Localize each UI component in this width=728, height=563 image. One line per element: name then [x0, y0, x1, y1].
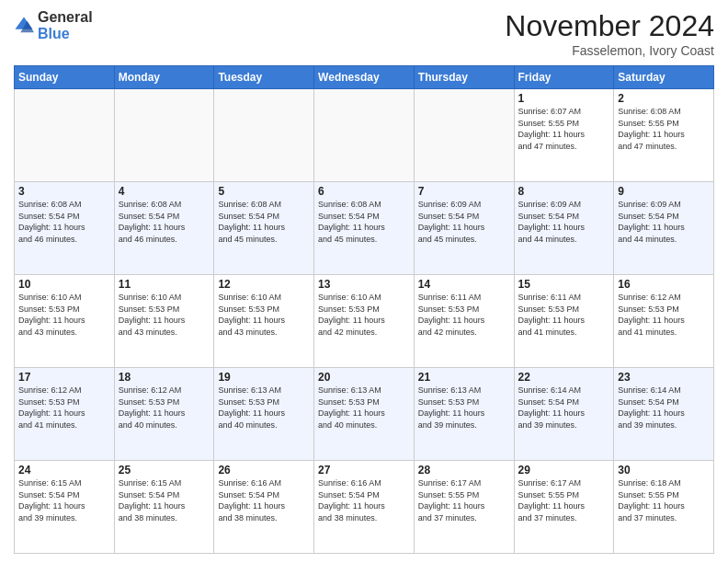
table-row: 20Sunrise: 6:13 AM Sunset: 5:53 PM Dayli… — [314, 368, 415, 461]
table-row: 27Sunrise: 6:16 AM Sunset: 5:54 PM Dayli… — [314, 461, 415, 554]
table-row: 24Sunrise: 6:15 AM Sunset: 5:54 PM Dayli… — [15, 461, 115, 554]
table-row: 16Sunrise: 6:12 AM Sunset: 5:53 PM Dayli… — [614, 275, 714, 368]
day-number: 17 — [18, 371, 110, 384]
day-info: Sunrise: 6:09 AM Sunset: 5:54 PM Dayligh… — [518, 199, 610, 245]
day-number: 10 — [18, 278, 110, 291]
table-row: 13Sunrise: 6:10 AM Sunset: 5:53 PM Dayli… — [314, 275, 415, 368]
table-row: 18Sunrise: 6:12 AM Sunset: 5:53 PM Dayli… — [114, 368, 214, 461]
table-row: 29Sunrise: 6:17 AM Sunset: 5:55 PM Dayli… — [514, 461, 614, 554]
table-row: 22Sunrise: 6:14 AM Sunset: 5:54 PM Dayli… — [514, 368, 614, 461]
day-info: Sunrise: 6:08 AM Sunset: 5:54 PM Dayligh… — [218, 199, 310, 245]
day-number: 5 — [218, 185, 310, 198]
day-number: 3 — [18, 185, 110, 198]
day-number: 8 — [518, 185, 610, 198]
col-tuesday: Tuesday — [214, 66, 314, 89]
table-row: 7Sunrise: 6:09 AM Sunset: 5:54 PM Daylig… — [414, 182, 514, 275]
day-info: Sunrise: 6:09 AM Sunset: 5:54 PM Dayligh… — [418, 199, 510, 245]
logo-icon — [14, 16, 34, 36]
day-info: Sunrise: 6:17 AM Sunset: 5:55 PM Dayligh… — [518, 477, 610, 523]
table-row: 9Sunrise: 6:09 AM Sunset: 5:54 PM Daylig… — [614, 182, 714, 275]
day-number: 9 — [618, 185, 710, 198]
day-info: Sunrise: 6:14 AM Sunset: 5:54 PM Dayligh… — [618, 385, 710, 431]
day-number: 18 — [119, 371, 210, 384]
day-number: 19 — [218, 371, 310, 384]
day-info: Sunrise: 6:11 AM Sunset: 5:53 PM Dayligh… — [418, 292, 510, 338]
day-info: Sunrise: 6:16 AM Sunset: 5:54 PM Dayligh… — [218, 477, 310, 523]
day-info: Sunrise: 6:08 AM Sunset: 5:54 PM Dayligh… — [318, 199, 410, 245]
logo-blue: Blue — [38, 26, 70, 41]
day-number: 27 — [318, 464, 410, 477]
day-info: Sunrise: 6:12 AM Sunset: 5:53 PM Dayligh… — [18, 385, 110, 431]
table-row: 30Sunrise: 6:18 AM Sunset: 5:55 PM Dayli… — [614, 461, 714, 554]
logo-general: General — [38, 9, 93, 25]
table-row — [414, 89, 514, 182]
table-row: 14Sunrise: 6:11 AM Sunset: 5:53 PM Dayli… — [414, 275, 514, 368]
day-info: Sunrise: 6:13 AM Sunset: 5:53 PM Dayligh… — [318, 385, 410, 431]
day-info: Sunrise: 6:09 AM Sunset: 5:54 PM Dayligh… — [618, 199, 710, 245]
table-row: 6Sunrise: 6:08 AM Sunset: 5:54 PM Daylig… — [314, 182, 415, 275]
table-row — [214, 89, 314, 182]
day-number: 11 — [119, 278, 210, 291]
day-number: 16 — [618, 278, 710, 291]
day-number: 21 — [418, 371, 510, 384]
day-number: 23 — [618, 371, 710, 384]
col-saturday: Saturday — [614, 66, 714, 89]
logo: General Blue — [14, 9, 93, 41]
day-number: 6 — [318, 185, 410, 198]
day-number: 28 — [418, 464, 510, 477]
day-info: Sunrise: 6:14 AM Sunset: 5:54 PM Dayligh… — [518, 385, 610, 431]
col-thursday: Thursday — [414, 66, 514, 89]
day-number: 12 — [218, 278, 310, 291]
col-sunday: Sunday — [15, 66, 115, 89]
title-block: November 2024 Fasselemon, Ivory Coast — [505, 9, 714, 58]
table-row: 11Sunrise: 6:10 AM Sunset: 5:53 PM Dayli… — [114, 275, 214, 368]
day-info: Sunrise: 6:11 AM Sunset: 5:53 PM Dayligh… — [518, 292, 610, 338]
day-info: Sunrise: 6:10 AM Sunset: 5:53 PM Dayligh… — [119, 292, 210, 338]
table-row: 28Sunrise: 6:17 AM Sunset: 5:55 PM Dayli… — [414, 461, 514, 554]
calendar-week-row: 17Sunrise: 6:12 AM Sunset: 5:53 PM Dayli… — [15, 368, 714, 461]
table-row: 1Sunrise: 6:07 AM Sunset: 5:55 PM Daylig… — [514, 89, 614, 182]
day-info: Sunrise: 6:08 AM Sunset: 5:54 PM Dayligh… — [119, 199, 210, 245]
table-row — [114, 89, 214, 182]
day-info: Sunrise: 6:10 AM Sunset: 5:53 PM Dayligh… — [318, 292, 410, 338]
day-number: 24 — [18, 464, 110, 477]
day-number: 22 — [518, 371, 610, 384]
day-info: Sunrise: 6:10 AM Sunset: 5:53 PM Dayligh… — [218, 292, 310, 338]
table-row: 19Sunrise: 6:13 AM Sunset: 5:53 PM Dayli… — [214, 368, 314, 461]
calendar-week-row: 24Sunrise: 6:15 AM Sunset: 5:54 PM Dayli… — [15, 461, 714, 554]
header: General Blue November 2024 Fasselemon, I… — [14, 9, 714, 58]
table-row: 15Sunrise: 6:11 AM Sunset: 5:53 PM Dayli… — [514, 275, 614, 368]
day-number: 2 — [618, 92, 710, 105]
table-row: 8Sunrise: 6:09 AM Sunset: 5:54 PM Daylig… — [514, 182, 614, 275]
calendar-week-row: 10Sunrise: 6:10 AM Sunset: 5:53 PM Dayli… — [15, 275, 714, 368]
table-row — [15, 89, 115, 182]
day-number: 7 — [418, 185, 510, 198]
table-row — [314, 89, 415, 182]
table-row: 2Sunrise: 6:08 AM Sunset: 5:55 PM Daylig… — [614, 89, 714, 182]
day-info: Sunrise: 6:15 AM Sunset: 5:54 PM Dayligh… — [119, 477, 210, 523]
calendar-week-row: 1Sunrise: 6:07 AM Sunset: 5:55 PM Daylig… — [15, 89, 714, 182]
day-number: 14 — [418, 278, 510, 291]
day-info: Sunrise: 6:07 AM Sunset: 5:55 PM Dayligh… — [518, 106, 610, 152]
table-row: 10Sunrise: 6:10 AM Sunset: 5:53 PM Dayli… — [15, 275, 115, 368]
table-row: 25Sunrise: 6:15 AM Sunset: 5:54 PM Dayli… — [114, 461, 214, 554]
day-number: 30 — [618, 464, 710, 477]
calendar-header-row: Sunday Monday Tuesday Wednesday Thursday… — [15, 66, 714, 89]
day-info: Sunrise: 6:13 AM Sunset: 5:53 PM Dayligh… — [418, 385, 510, 431]
col-wednesday: Wednesday — [314, 66, 415, 89]
day-info: Sunrise: 6:08 AM Sunset: 5:55 PM Dayligh… — [618, 106, 710, 152]
table-row: 5Sunrise: 6:08 AM Sunset: 5:54 PM Daylig… — [214, 182, 314, 275]
table-row: 3Sunrise: 6:08 AM Sunset: 5:54 PM Daylig… — [15, 182, 115, 275]
day-info: Sunrise: 6:18 AM Sunset: 5:55 PM Dayligh… — [618, 477, 710, 523]
day-number: 4 — [119, 185, 210, 198]
day-info: Sunrise: 6:12 AM Sunset: 5:53 PM Dayligh… — [119, 385, 210, 431]
day-info: Sunrise: 6:10 AM Sunset: 5:53 PM Dayligh… — [18, 292, 110, 338]
table-row: 23Sunrise: 6:14 AM Sunset: 5:54 PM Dayli… — [614, 368, 714, 461]
table-row: 17Sunrise: 6:12 AM Sunset: 5:53 PM Dayli… — [15, 368, 115, 461]
col-monday: Monday — [114, 66, 214, 89]
day-number: 20 — [318, 371, 410, 384]
calendar-week-row: 3Sunrise: 6:08 AM Sunset: 5:54 PM Daylig… — [15, 182, 714, 275]
day-info: Sunrise: 6:16 AM Sunset: 5:54 PM Dayligh… — [318, 477, 410, 523]
day-number: 1 — [518, 92, 610, 105]
day-info: Sunrise: 6:15 AM Sunset: 5:54 PM Dayligh… — [18, 477, 110, 523]
